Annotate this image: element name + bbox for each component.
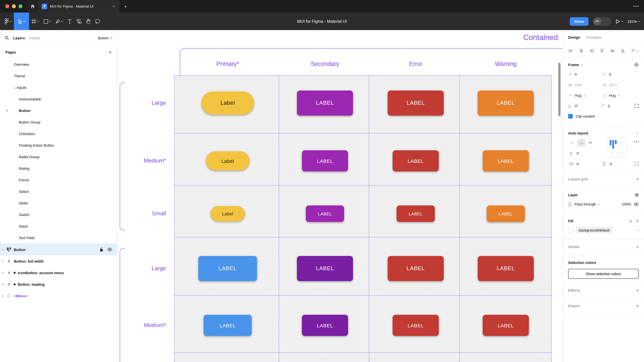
layer-row[interactable]: #Button: loading: [0, 278, 117, 290]
auto-layout-alignment-grid[interactable]: [607, 137, 628, 158]
shape-tool-button[interactable]: [41, 13, 53, 30]
tab-close-button[interactable]: ×: [111, 3, 116, 9]
expand-caret-icon[interactable]: [3, 272, 4, 274]
sidebar-page-item[interactable]: ↓ Inputs: [0, 82, 117, 93]
eye-icon[interactable]: [107, 248, 112, 251]
mui-button-label[interactable]: Label: [210, 206, 245, 221]
frame-tool-button[interactable]: [29, 13, 41, 30]
visibility-eye-icon[interactable]: [634, 202, 639, 206]
sidebar-page-item[interactable]: Checkbox: [0, 128, 117, 139]
show-selection-colors-button[interactable]: Show selection colors: [568, 269, 639, 279]
new-tab-button[interactable]: +: [120, 4, 132, 9]
sidebar-page-item[interactable]: ✓Button: [0, 105, 117, 116]
layer-row[interactable]: #IconButton: account menu: [0, 267, 117, 278]
sidebar-page-item[interactable]: Radio Group: [0, 151, 117, 162]
sidebar-page-item[interactable]: Forms: [0, 174, 117, 186]
blend-mode-icon[interactable]: [634, 193, 639, 197]
add-layout-grid-button[interactable]: +: [636, 176, 639, 182]
tab-prototype[interactable]: Prototype: [586, 35, 602, 39]
text-tool-button[interactable]: [65, 13, 74, 30]
sidebar-page-item[interactable]: Stack: [0, 220, 117, 232]
fill-styles-icon[interactable]: [630, 220, 632, 222]
vertical-resizing-select[interactable]: ><Hug: [602, 93, 637, 97]
mui-button-label[interactable]: LABEL: [302, 150, 348, 171]
remove-auto-layout-button[interactable]: −: [636, 130, 639, 136]
dev-mode-toggle[interactable]: </>: [593, 17, 611, 26]
search-icon[interactable]: [4, 36, 9, 40]
tab-layers[interactable]: Layers: [13, 36, 25, 40]
layer-row[interactable]: <Menu>: [0, 290, 117, 302]
align-bottom-icon[interactable]: [620, 48, 626, 54]
browser-home-button[interactable]: [27, 0, 38, 13]
present-button[interactable]: [616, 19, 623, 24]
canvas[interactable]: ContainedPrimary*SecondaryErrorWarningLa…: [117, 30, 562, 362]
main-menu-button[interactable]: [2, 13, 14, 30]
clip-content-checkbox[interactable]: ✓ Clip content: [568, 111, 639, 121]
align-vertical-center-icon[interactable]: [610, 48, 615, 54]
mui-button-label[interactable]: LABEL: [392, 150, 439, 171]
mui-button-label[interactable]: LABEL: [396, 206, 435, 222]
tab-design[interactable]: Design: [568, 35, 580, 39]
collapse-panel-icon[interactable]: [634, 62, 639, 67]
auto-layout-horizontal-button[interactable]: →: [577, 139, 585, 147]
close-window-button[interactable]: [5, 4, 9, 8]
independent-corners-icon[interactable]: [634, 104, 639, 108]
mui-button-label[interactable]: LABEL: [204, 315, 252, 336]
browser-tab[interactable]: MUI for Figma - Material UI ×: [38, 0, 120, 13]
expand-caret-icon[interactable]: [3, 283, 4, 285]
fill-style-chip[interactable]: background/default: [576, 227, 612, 234]
sidebar-page-item[interactable]: Button Group: [0, 116, 117, 128]
resources-tool-button[interactable]: [74, 13, 84, 30]
mui-button-label[interactable]: LABEL: [297, 91, 353, 116]
unlock-icon[interactable]: [100, 247, 103, 252]
y-position-field[interactable]: Y0: [602, 72, 637, 76]
expand-caret-icon[interactable]: [3, 249, 4, 251]
add-page-button[interactable]: +: [109, 50, 112, 55]
mui-button-label[interactable]: LABEL: [297, 256, 353, 281]
layer-row[interactable]: Button: [0, 244, 117, 255]
share-button[interactable]: Share: [570, 17, 588, 26]
frame-section-title[interactable]: Frame: [568, 63, 579, 67]
zoom-menu[interactable]: 181%: [628, 19, 640, 23]
horizontal-resizing-select[interactable]: ><Hug: [568, 93, 602, 97]
auto-layout-vertical-button[interactable]: ↓: [568, 139, 576, 147]
mui-button-label[interactable]: LABEL: [306, 206, 344, 222]
gap-field[interactable]: ]|[ 0: [568, 151, 602, 155]
sidebar-page-item[interactable]: Autocomplete: [0, 93, 117, 105]
mui-button-label[interactable]: LABEL: [483, 150, 529, 171]
add-effect-button[interactable]: +: [636, 288, 639, 293]
auto-layout-wrap-button[interactable]: ↩: [586, 139, 594, 147]
sidebar-page-item[interactable]: Overview: [0, 59, 117, 70]
sidebar-page-item[interactable]: Text Field: [0, 232, 117, 243]
expand-caret-icon[interactable]: [3, 295, 4, 297]
align-top-icon[interactable]: [600, 48, 605, 54]
width-field[interactable]: W4541: [568, 83, 602, 87]
sidebar-page-item[interactable]: Theme: [0, 70, 117, 82]
expand-caret-icon[interactable]: [3, 260, 4, 262]
blend-mode-select[interactable]: Pass through: [574, 202, 596, 206]
opacity-value[interactable]: 100%: [622, 202, 631, 206]
mui-button-label[interactable]: LABEL: [478, 91, 534, 116]
comment-tool-button[interactable]: [93, 13, 102, 30]
remove-fill-button[interactable]: −: [636, 228, 639, 233]
x-position-field[interactable]: X0: [568, 72, 602, 76]
maximize-window-button[interactable]: [18, 4, 22, 8]
mui-button-label[interactable]: Label: [206, 151, 250, 170]
mui-button-label[interactable]: Label: [201, 91, 254, 115]
mui-button-label[interactable]: LABEL: [487, 206, 525, 222]
pen-tool-button[interactable]: [53, 13, 65, 30]
align-horizontal-center-icon[interactable]: [578, 48, 584, 54]
sidebar-page-item[interactable]: Floating Action Button: [0, 139, 117, 151]
mui-button-label[interactable]: LABEL: [198, 256, 257, 281]
layer-row[interactable]: #Button: full width: [0, 255, 117, 267]
mui-button-label[interactable]: LABEL: [388, 256, 444, 281]
minimize-window-button[interactable]: [12, 4, 16, 8]
auto-layout-more-button[interactable]: •••: [634, 140, 640, 143]
mui-button-label[interactable]: LABEL: [483, 315, 529, 336]
sidebar-page-item[interactable]: Select: [0, 186, 117, 197]
tab-assets[interactable]: Assets: [29, 36, 40, 40]
tab-overflow-menu-icon[interactable]: •••: [633, 4, 640, 9]
add-fill-button[interactable]: +: [636, 218, 639, 224]
canvas-vertical-scrollbar[interactable]: [558, 63, 560, 116]
independent-padding-icon[interactable]: [634, 161, 639, 166]
